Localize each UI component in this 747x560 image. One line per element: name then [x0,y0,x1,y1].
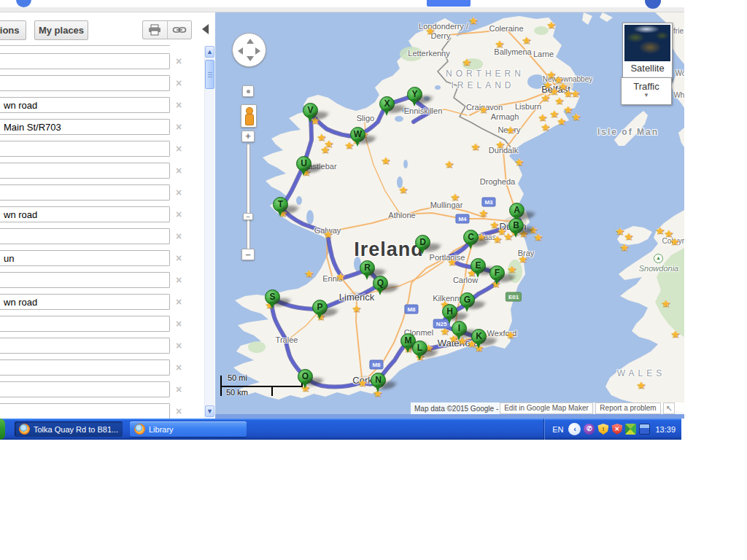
route-marker-f[interactable]: F [489,265,505,281]
waypoint-input[interactable] [0,53,170,69]
route-marker-u[interactable]: U [296,156,311,171]
favorite-star-icon[interactable]: ★ [462,57,472,67]
favorite-star-icon[interactable]: ★ [345,140,355,150]
favorite-star-icon[interactable]: ★ [352,303,362,314]
route-marker-e[interactable]: E [471,258,486,273]
favorite-star-icon[interactable]: ★ [506,330,516,340]
scrollbar-down-arrow[interactable]: ▼ [205,405,214,417]
favorite-star-icon[interactable]: ★ [624,231,634,241]
favorite-star-icon[interactable]: ★ [445,159,454,169]
route-marker-y[interactable]: Y [407,87,422,102]
tab-my-places[interactable]: My places [34,20,88,40]
remove-waypoint-button[interactable]: × [174,340,184,351]
waypoint-input[interactable] [0,141,170,157]
route-marker-w[interactable]: W [350,127,365,142]
favorite-star-icon[interactable]: ★ [336,271,346,281]
favorite-star-icon[interactable]: ★ [448,257,457,267]
pan-up-arrow[interactable] [247,39,254,44]
zoom-slider-track[interactable] [247,144,250,250]
favorite-star-icon[interactable]: ★ [305,268,314,279]
sidebar-scrollbar[interactable]: ▲ ▼ [204,46,214,419]
language-indicator[interactable]: EN [550,425,565,434]
favorite-star-icon[interactable]: ★ [324,229,333,239]
favorite-star-icon[interactable]: ★ [547,20,557,30]
route-marker-b[interactable]: B [508,218,524,233]
waypoint-input[interactable] [0,359,170,376]
print-button[interactable] [143,21,167,39]
zoom-slider-handle[interactable]: – [243,213,253,220]
waypoint-input[interactable] [0,119,170,135]
favorite-star-icon[interactable]: ★ [620,242,630,252]
start-button-partial[interactable] [0,419,5,440]
favorite-star-icon[interactable]: ★ [382,155,391,166]
pegman-control[interactable] [241,104,257,128]
remove-waypoint-button[interactable]: × [174,362,184,373]
traffic-button[interactable]: Traffic ▼ [621,77,672,105]
favorite-star-icon[interactable]: ★ [508,264,517,274]
waypoint-input[interactable] [0,338,170,354]
favorite-star-icon[interactable]: ★ [656,225,665,236]
route-marker-s[interactable]: S [265,289,280,305]
favorite-star-icon[interactable]: ★ [541,122,551,132]
favorite-star-icon[interactable]: ★ [399,184,409,195]
favorite-star-icon[interactable]: ★ [616,226,625,236]
scrollbar-thumb[interactable] [205,60,214,89]
remove-waypoint-button[interactable]: × [174,384,184,395]
favorite-star-icon[interactable]: ★ [515,157,525,167]
route-marker-n[interactable]: N [371,373,386,388]
remove-waypoint-button[interactable]: × [174,99,184,111]
taskbar-task-library[interactable]: Library [130,421,247,437]
tab-get-directions[interactable]: tions [0,20,26,40]
favorite-star-icon[interactable]: ★ [522,35,532,45]
remove-waypoint-button[interactable]: × [174,143,184,155]
waypoint-input[interactable] [0,75,170,91]
favorite-star-icon[interactable]: ★ [557,116,567,126]
remove-waypoint-button[interactable]: × [174,274,184,286]
report-problem-link[interactable]: Report a problem [595,402,661,414]
phone-app-tray-icon[interactable]: ✆ [584,424,595,435]
reset-view-button[interactable] [242,85,254,97]
remove-waypoint-button[interactable]: × [174,55,184,67]
system-tray-window-icon[interactable] [639,424,650,435]
remove-waypoint-button[interactable]: × [174,405,184,417]
route-marker-p[interactable]: P [312,300,328,315]
route-marker-k[interactable]: K [471,329,487,344]
pan-control[interactable] [232,33,266,67]
zoom-in-button[interactable]: + [241,131,255,142]
waypoint-input[interactable] [0,294,170,310]
remove-waypoint-button[interactable]: × [174,77,184,89]
route-marker-q[interactable]: Q [373,276,388,291]
favorite-star-icon[interactable]: ★ [571,88,581,98]
favorite-star-icon[interactable]: ★ [358,378,368,388]
route-marker-i[interactable]: I [452,321,467,336]
favorite-star-icon[interactable]: ★ [670,236,680,246]
favorite-star-icon[interactable]: ★ [496,139,506,149]
route-marker-o[interactable]: O [298,369,313,384]
remove-waypoint-button[interactable]: × [174,252,184,264]
waypoint-input[interactable] [0,381,170,397]
favorite-star-icon[interactable]: ★ [471,141,481,152]
route-marker-g[interactable]: G [460,292,475,308]
favorite-star-icon[interactable]: ★ [493,234,503,244]
taskbar-task-directions[interactable]: Tolka Quay Rd to B81... [15,421,123,437]
favorite-star-icon[interactable]: ★ [479,208,489,218]
remove-waypoint-button[interactable]: × [174,121,184,133]
route-marker-l[interactable]: L [412,341,427,356]
favorite-star-icon[interactable]: ★ [555,96,565,106]
remove-waypoint-button[interactable]: × [174,187,184,198]
waypoint-input[interactable] [0,97,170,113]
favorite-star-icon[interactable]: ★ [534,232,543,242]
satellite-button[interactable]: Satellite [622,23,673,82]
route-marker-x[interactable]: X [379,96,395,112]
collapse-sidebar-arrow[interactable] [202,24,209,34]
search-button[interactable] [427,0,471,7]
favorite-star-icon[interactable]: ★ [671,329,681,339]
zoom-out-button[interactable]: – [241,249,255,260]
remove-waypoint-button[interactable]: × [174,165,184,176]
scrollbar-up-arrow[interactable]: ▲ [205,46,214,58]
pan-down-arrow[interactable] [247,56,254,61]
route-marker-d[interactable]: D [415,235,430,250]
favorite-star-icon[interactable]: ★ [451,192,460,202]
favorite-star-icon[interactable]: ★ [469,15,479,26]
edit-map-maker-link[interactable]: Edit in Google Map Maker [500,402,593,414]
